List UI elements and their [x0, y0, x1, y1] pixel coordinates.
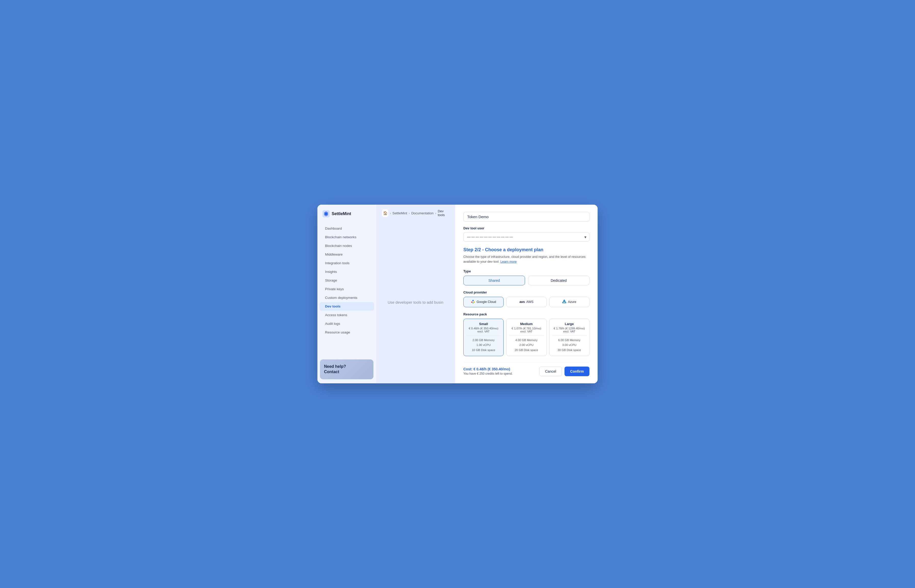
resource-large-name: Large — [552, 322, 587, 326]
breadcrumb-documentation[interactable]: Documentation — [411, 211, 434, 215]
cloud-aws-btn[interactable]: aws AWS — [506, 297, 546, 307]
resource-small-price: € 0.48/h (€ 350.40/mo) excl. VAT — [466, 327, 501, 333]
sidebar-item-blockchain-nodes[interactable]: Blockchain nodes — [319, 242, 374, 250]
sidebar-item-blockchain-networks[interactable]: Blockchain networks — [319, 233, 374, 241]
sidebar-item-resource-usage[interactable]: Resource usage — [319, 328, 374, 336]
resource-large-card[interactable]: Large € 1.78/h (€ 1299.40/mo) excl. VAT … — [549, 319, 589, 356]
google-cloud-label: Google Cloud — [477, 300, 496, 304]
breadcrumb-sep-3: › — [435, 211, 436, 215]
sidebar-item-dashboard[interactable]: Dashboard — [319, 224, 374, 233]
svg-marker-8 — [564, 301, 565, 302]
resource-large-specs: 6.00 GB Memory 3.00 vCPU 30 GB Disk spac… — [552, 338, 587, 353]
cost-info: Cost: € 0.48/h (€ 350.40/mo) You have € … — [463, 367, 513, 375]
aws-label: AWS — [526, 300, 533, 304]
cost-amount: Cost: € 0.48/h (€ 350.40/mo) — [463, 367, 513, 371]
cloud-google-btn[interactable]: Google Cloud — [463, 297, 504, 307]
cloud-azure-btn[interactable]: Azure — [549, 297, 589, 307]
main-area: 🏠 › SettleMint › Documentation › Dev too… — [376, 205, 455, 383]
modal-footer: Cost: € 0.48/h (€ 350.40/mo) You have € … — [463, 362, 589, 376]
main-empty-text: Use developer tools to add busin — [388, 300, 443, 304]
token-name-input[interactable] — [463, 212, 589, 222]
sidebar-help[interactable]: Need help? Contact — [320, 359, 373, 379]
footer-buttons: Cancel Confirm — [539, 367, 589, 376]
resource-small-specs: 2.00 GB Memory 1.00 vCPU 10 GB Disk spac… — [466, 338, 501, 353]
sidebar-item-private-keys[interactable]: Private keys — [319, 285, 374, 293]
svg-point-5 — [474, 301, 475, 303]
breadcrumb-sep-1: › — [390, 211, 391, 215]
cloud-provider-label: Cloud provider — [463, 291, 589, 294]
azure-icon — [562, 300, 566, 304]
type-options: Shared Dedicated — [463, 276, 589, 285]
dev-tool-user-select[interactable]: — — — — — — — — — — — — [463, 232, 589, 242]
sidebar-navigation: Dashboard Blockchain networks Blockchain… — [317, 222, 376, 355]
resource-medium-specs: 4.00 GB Memory 2.00 vCPU 20 GB Disk spac… — [509, 338, 544, 353]
sidebar-item-insights[interactable]: Insights — [319, 268, 374, 276]
svg-point-6 — [473, 302, 474, 304]
breadcrumb-dev-tools: Dev tools — [437, 209, 449, 217]
resource-small-name: Small — [466, 322, 501, 326]
sidebar-item-integration-tools[interactable]: Integration tools — [319, 259, 374, 267]
step-description: Choose the type of infrastructure, cloud… — [463, 255, 589, 264]
breadcrumb-sep-2: › — [408, 211, 410, 215]
svg-point-3 — [472, 300, 474, 301]
logo: SettleMint — [317, 205, 376, 222]
confirm-button[interactable]: Confirm — [565, 367, 589, 376]
azure-label: Azure — [568, 300, 576, 304]
cancel-button[interactable]: Cancel — [539, 367, 562, 376]
sidebar-item-middleware[interactable]: Middleware — [319, 250, 374, 258]
type-label: Type — [463, 269, 589, 273]
step-title: Step 2/2 - Choose a deployment plan — [463, 247, 589, 252]
resource-large-price: € 1.78/h (€ 1299.40/mo) excl. VAT — [552, 327, 587, 333]
credits-text: You have € 250 credits left to spend. — [463, 372, 513, 375]
sidebar-item-custom-deployments[interactable]: Custom deployments — [319, 294, 374, 302]
sidebar-item-audit-logs[interactable]: Audit logs — [319, 320, 374, 328]
google-cloud-icon — [471, 300, 475, 304]
topbar: 🏠 › SettleMint › Documentation › Dev too… — [376, 205, 455, 221]
sidebar-item-access-tokens[interactable]: Access tokens — [319, 311, 374, 319]
learn-more-link[interactable]: Learn more — [500, 260, 517, 263]
app-window: SettleMint Dashboard Blockchain networks… — [317, 205, 598, 383]
main-content: Use developer tools to add busin — [376, 221, 455, 383]
resource-pack-label: Resource pack — [463, 312, 589, 316]
sidebar-help-text: Need help? Contact — [324, 364, 369, 375]
sidebar-item-storage[interactable]: Storage — [319, 276, 374, 284]
aws-icon: aws — [520, 300, 525, 304]
breadcrumb-settlemint[interactable]: SettleMint — [392, 211, 407, 215]
resource-medium-price: € 1.07/h (€ 781.10/mo) excl. VAT — [509, 327, 544, 333]
sidebar-item-dev-tools[interactable]: Dev tools — [319, 302, 374, 310]
cloud-options: Google Cloud aws AWS Azure — [463, 297, 589, 307]
modal-panel: Dev tool user — — — — — — — — — — — ▾ St… — [455, 205, 598, 383]
type-dedicated-btn[interactable]: Dedicated — [528, 276, 590, 285]
dev-tool-user-label: Dev tool user — [463, 226, 589, 230]
resource-medium-name: Medium — [509, 322, 544, 326]
type-shared-btn[interactable]: Shared — [463, 276, 525, 285]
sidebar: SettleMint Dashboard Blockchain networks… — [317, 205, 376, 383]
dev-tool-user-select-wrapper: — — — — — — — — — — — ▾ — [463, 232, 589, 242]
resource-options: Small € 0.48/h (€ 350.40/mo) excl. VAT 2… — [463, 319, 589, 356]
svg-point-4 — [471, 301, 472, 303]
resource-medium-card[interactable]: Medium € 1.07/h (€ 781.10/mo) excl. VAT … — [506, 319, 546, 356]
logo-text: SettleMint — [332, 212, 351, 216]
home-icon[interactable]: 🏠 — [382, 209, 388, 217]
resource-small-card[interactable]: Small € 0.48/h (€ 350.40/mo) excl. VAT 2… — [463, 319, 504, 356]
logo-icon — [322, 210, 330, 217]
